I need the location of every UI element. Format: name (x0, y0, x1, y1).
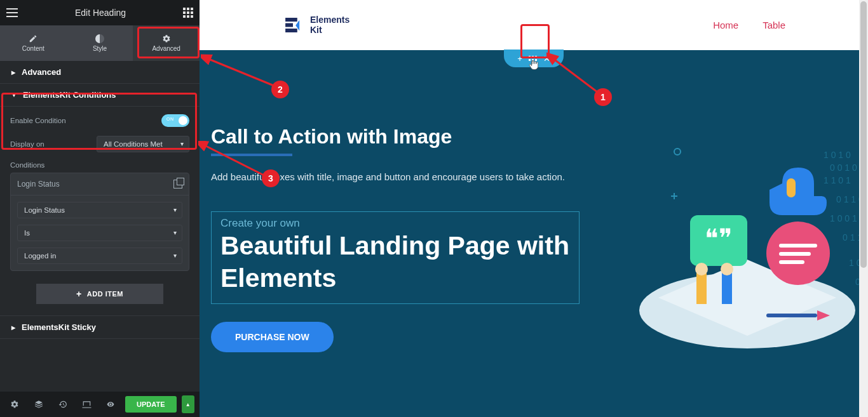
tab-style-label: Style (93, 45, 107, 52)
hero-subtitle: Add beautiful boxes with title, image an… (211, 170, 567, 185)
condition-card-title: Login Status (17, 180, 173, 189)
svg-text:1 1 0 1: 1 1 0 1 (824, 175, 851, 185)
preview-icon[interactable] (101, 396, 120, 413)
cta-heading-widget[interactable]: Create your own Beautiful Landing Page w… (211, 211, 580, 305)
nav: Home Table (713, 20, 785, 30)
display-on-select[interactable]: All Conditions Met (97, 136, 189, 152)
svg-rect-7 (787, 178, 796, 197)
svg-rect-4 (779, 244, 817, 248)
responsive-icon[interactable] (77, 396, 96, 413)
update-button[interactable]: UPDATE (125, 396, 176, 413)
sidebar-header: Edit Heading (0, 0, 200, 25)
bottom-bar: UPDATE ▲ (0, 392, 200, 417)
history-icon[interactable] (53, 396, 72, 413)
purchase-button[interactable]: PURCHASE NOW (211, 322, 334, 352)
svg-rect-12 (766, 314, 817, 317)
svg-text:0 0 1 0: 0 0 1 0 (830, 162, 857, 173)
logo-text: ElementsKit (310, 15, 349, 35)
svg-text:❝❞: ❝❞ (705, 224, 733, 252)
section-advanced[interactable]: Advanced (0, 61, 200, 84)
svg-rect-10 (722, 272, 732, 304)
svg-point-21 (674, 149, 681, 155)
condition-operator-select[interactable]: Is (17, 225, 182, 241)
enable-condition-toggle[interactable]: ON (161, 114, 189, 127)
tab-content[interactable]: Content (0, 25, 67, 61)
scrollbar[interactable] (859, 0, 868, 417)
gear-icon (162, 34, 171, 43)
apps-grid-icon[interactable] (183, 8, 193, 18)
add-section-icon[interactable]: + (517, 54, 522, 63)
section-elementskit-sticky[interactable]: ElementsKit Sticky (0, 315, 200, 339)
title-underline (211, 154, 292, 156)
conditions-label: Conditions (10, 161, 189, 169)
cursor-hand-icon (527, 57, 540, 72)
section-sticky-label: ElementsKit Sticky (22, 322, 96, 332)
tab-advanced-label: Advanced (152, 45, 180, 52)
nav-table[interactable]: Table (763, 20, 785, 30)
elementor-sidebar: Edit Heading Content Style Advanced Adva… (0, 0, 200, 417)
preview-canvas: ElementsKit Home Table + ✕ Call to Actio… (200, 0, 868, 417)
condition-field-select[interactable]: Login Status (17, 202, 182, 218)
tab-advanced[interactable]: Advanced (133, 25, 200, 61)
enable-condition-label: Enable Condition (10, 117, 66, 124)
condition-value-select[interactable]: Logged in (17, 248, 182, 264)
page-header: ElementsKit Home Table (200, 0, 868, 50)
section-handle: + ✕ (504, 50, 564, 67)
svg-rect-6 (779, 260, 804, 264)
add-item-label: ADD ITEM (87, 290, 123, 298)
half-circle-icon (95, 34, 104, 43)
svg-point-11 (721, 263, 733, 275)
nav-home[interactable]: Home (713, 20, 738, 30)
plus-icon: + (76, 289, 82, 299)
svg-text:1 0 0 1: 1 0 0 1 (830, 213, 857, 223)
add-item-button[interactable]: +ADD ITEM (36, 284, 163, 304)
sidebar-title: Edit Heading (18, 8, 183, 18)
copy-icon[interactable] (173, 180, 182, 189)
hero-section[interactable]: + ✕ Call to Action with Image Add beauti… (200, 50, 868, 417)
enable-condition-row: Enable Condition ON (10, 114, 189, 127)
tab-style[interactable]: Style (67, 25, 133, 61)
editor-tabs: Content Style Advanced (0, 25, 200, 61)
section-elementskit-conditions[interactable]: ElementsKit Conditions (0, 84, 200, 107)
tab-content-label: Content (22, 45, 44, 52)
condition-card-header[interactable]: Login Status (11, 173, 189, 195)
toggle-knob (179, 116, 187, 125)
conditions-panel: Enable Condition ON Display on All Condi… (0, 107, 200, 315)
scrollbar-thumb[interactable] (860, 1, 867, 268)
logo-icon (282, 15, 304, 36)
logo[interactable]: ElementsKit (282, 15, 349, 36)
navigator-icon[interactable] (29, 396, 48, 413)
section-conditions-label: ElementsKit Conditions (23, 90, 116, 100)
delete-section-icon[interactable]: ✕ (543, 54, 550, 63)
display-on-row: Display on All Conditions Met (10, 136, 189, 152)
toggle-on-label: ON (166, 117, 174, 121)
update-dropdown[interactable]: ▲ (182, 395, 195, 413)
condition-card-body: Login Status Is Logged in (11, 195, 189, 270)
hero-illustration: ❝❞ 1 0 1 00 0 1 01 1 0 1 0 1 1 01 0 0 10… (620, 120, 868, 374)
svg-text:1 0 1 0: 1 0 1 0 (824, 150, 851, 160)
svg-rect-5 (779, 252, 811, 256)
settings-icon[interactable] (5, 396, 24, 413)
hamburger-icon[interactable] (6, 8, 18, 17)
display-on-label: Display on (10, 140, 44, 148)
svg-point-9 (695, 263, 708, 275)
pencil-icon (29, 34, 37, 43)
svg-rect-8 (696, 272, 707, 304)
section-advanced-label: Advanced (22, 67, 61, 77)
cta-title: Beautiful Landing Page with Elements (220, 230, 570, 295)
condition-card: Login Status Login Status Is Logged in (10, 173, 189, 271)
cta-small-text: Create your own (220, 217, 570, 230)
